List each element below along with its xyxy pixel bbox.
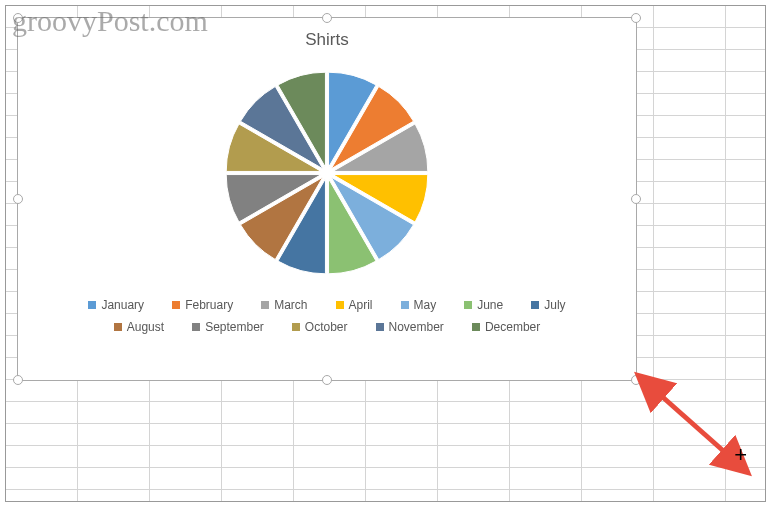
legend-label: September: [205, 320, 264, 334]
legend-swatch: [376, 323, 384, 331]
legend-label: January: [101, 298, 144, 312]
legend-label: February: [185, 298, 233, 312]
legend-label: April: [349, 298, 373, 312]
legend-item-june[interactable]: June: [464, 298, 503, 312]
legend-label: December: [485, 320, 540, 334]
legend-swatch: [192, 323, 200, 331]
legend-label: March: [274, 298, 307, 312]
legend-item-july[interactable]: July: [531, 298, 565, 312]
legend-label: May: [414, 298, 437, 312]
resize-handle-top-right[interactable]: [631, 13, 641, 23]
legend-item-october[interactable]: October: [292, 320, 348, 334]
legend-label: October: [305, 320, 348, 334]
legend-swatch: [472, 323, 480, 331]
legend-swatch: [114, 323, 122, 331]
legend-item-september[interactable]: September: [192, 320, 264, 334]
watermark-text: groovyPost.com: [12, 4, 208, 38]
legend-swatch: [336, 301, 344, 309]
legend-swatch: [88, 301, 96, 309]
chart-object[interactable]: Shirts JanuaryFebruaryMarchAprilMayJuneJ…: [17, 17, 637, 381]
resize-cursor-icon: +: [734, 442, 747, 468]
legend-swatch: [172, 301, 180, 309]
legend-swatch: [531, 301, 539, 309]
legend-item-april[interactable]: April: [336, 298, 373, 312]
legend-item-december[interactable]: December: [472, 320, 540, 334]
resize-handle-bottom-left[interactable]: [13, 375, 23, 385]
chart-legend[interactable]: JanuaryFebruaryMarchAprilMayJuneJulyAugu…: [18, 288, 636, 338]
legend-item-may[interactable]: May: [401, 298, 437, 312]
legend-item-august[interactable]: August: [114, 320, 164, 334]
legend-swatch: [261, 301, 269, 309]
resize-handle-right-mid[interactable]: [631, 194, 641, 204]
legend-item-january[interactable]: January: [88, 298, 144, 312]
legend-label: August: [127, 320, 164, 334]
legend-label: June: [477, 298, 503, 312]
legend-label: July: [544, 298, 565, 312]
resize-handle-left-mid[interactable]: [13, 194, 23, 204]
legend-item-march[interactable]: March: [261, 298, 307, 312]
screenshot-frame: Shirts JanuaryFebruaryMarchAprilMayJuneJ…: [5, 5, 766, 502]
legend-item-november[interactable]: November: [376, 320, 444, 334]
plot-area[interactable]: [18, 58, 636, 288]
svg-line-2: [649, 385, 737, 463]
legend-swatch: [292, 323, 300, 331]
legend-swatch: [464, 301, 472, 309]
legend-swatch: [401, 301, 409, 309]
resize-handle-top-mid[interactable]: [322, 13, 332, 23]
resize-handle-bottom-mid[interactable]: [322, 375, 332, 385]
legend-item-february[interactable]: February: [172, 298, 233, 312]
legend-label: November: [389, 320, 444, 334]
pie-chart: [212, 58, 442, 288]
